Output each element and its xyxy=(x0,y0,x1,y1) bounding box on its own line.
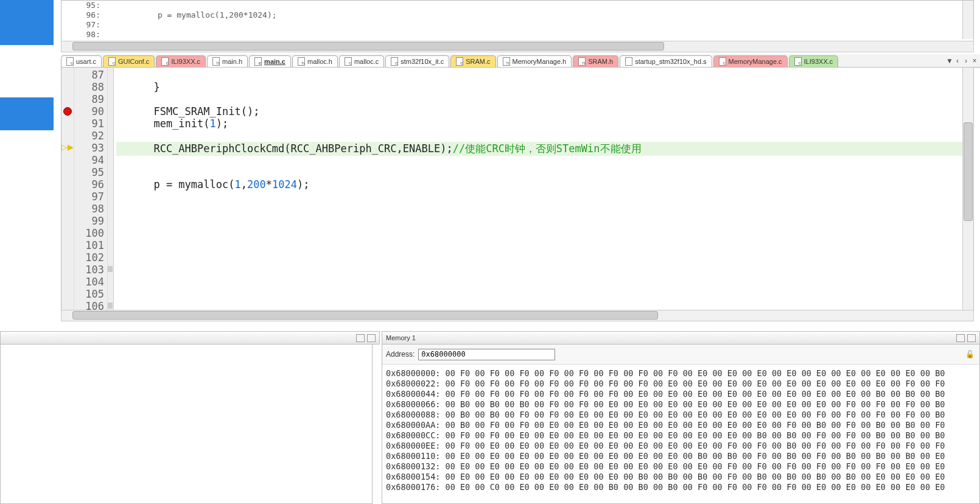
memory-panel-header[interactable]: Memory 1 xyxy=(382,331,980,345)
tab-sram-h[interactable]: SRAM.h xyxy=(573,55,618,67)
breakpoint-icon[interactable] xyxy=(63,107,72,116)
line-number: 96 xyxy=(74,178,104,191)
line-number: 90 xyxy=(74,105,104,117)
tab-label: startup_stm32f10x_hd.s xyxy=(635,58,706,65)
line-number: 99 xyxy=(74,215,104,227)
tab-usart-c[interactable]: usart.c xyxy=(61,55,102,67)
line-number: 93 xyxy=(74,142,104,154)
tab-sram-c[interactable]: SRAM.c xyxy=(450,55,495,67)
tab-malloc-c[interactable]: malloc.c xyxy=(339,55,384,67)
code-line[interactable]: RCC_AHBPeriphClockCmd(RCC_AHBPeriph_CRC,… xyxy=(116,142,967,156)
code-editor[interactable]: 8788 }8990 FSMC_SRAM_Init();91 mem_init(… xyxy=(61,67,974,321)
tab-memorymanage-h[interactable]: MemoryManage.h xyxy=(497,55,572,67)
tab-stm32f10x-it-c[interactable]: stm32f10x_it.c xyxy=(385,55,449,67)
line-number: 94 xyxy=(74,154,104,166)
code-line[interactable]: mem_init(1); xyxy=(116,117,967,130)
memory-dump[interactable]: 0x68000000: 00 F0 00 F0 00 F0 00 F0 00 F… xyxy=(382,365,979,496)
fold-column[interactable] xyxy=(107,68,114,310)
disasm-lineno: 97: xyxy=(80,20,100,30)
file-icon xyxy=(456,57,463,66)
program-counter-icon: ▷▶ xyxy=(61,142,74,152)
tab-scroll-left-icon[interactable]: ‹ xyxy=(954,58,961,64)
breakpoint-column[interactable] xyxy=(61,68,74,310)
line-number: 89 xyxy=(74,93,104,105)
disasm-lineno: 96: xyxy=(80,10,100,20)
address-input[interactable] xyxy=(418,349,555,360)
tab-guiconf-c[interactable]: GUIConf.c xyxy=(103,55,155,67)
tab-controls: ▼ ‹ › × xyxy=(943,54,980,67)
tab-label: usart.c xyxy=(76,58,96,65)
tab-scroll-right-icon[interactable]: › xyxy=(963,58,969,64)
code-line[interactable]: } xyxy=(116,81,967,93)
line-number: 91 xyxy=(74,117,104,130)
code-line[interactable]: p = mymalloc(1,200*1024); xyxy=(116,178,967,191)
line-number: 104 xyxy=(74,276,104,288)
file-icon xyxy=(578,57,586,66)
line-number: 105 xyxy=(74,288,104,300)
tab-memorymanage-c[interactable]: MemoryManage.c xyxy=(713,55,788,67)
project-tree-selection-a[interactable] xyxy=(0,0,54,45)
editor-tabbar: usart.c GUIConf.c ILI93XX.c main.h main.… xyxy=(61,54,980,68)
fold-marker[interactable] xyxy=(108,266,113,272)
line-number: 101 xyxy=(74,239,104,251)
tab-malloc-h[interactable]: malloc.h xyxy=(292,55,338,67)
file-icon xyxy=(66,57,74,66)
tab-ili93xx-c[interactable]: ILI93XX.c xyxy=(156,55,206,67)
line-number: 103 xyxy=(74,264,104,276)
editor-hscroll[interactable] xyxy=(61,310,974,321)
disasm-hscroll[interactable] xyxy=(61,41,974,52)
tab-label: SRAM.c xyxy=(466,58,490,65)
editor-vscroll[interactable] xyxy=(962,68,973,310)
line-number: 100 xyxy=(74,227,104,239)
tab-label: malloc.c xyxy=(354,58,379,65)
lock-icon[interactable]: 🔓 xyxy=(964,348,976,360)
file-icon xyxy=(254,57,262,66)
file-icon xyxy=(345,57,352,66)
tab-overflow-icon[interactable]: ▼ xyxy=(946,58,952,64)
tab-label: MemoryManage.c xyxy=(729,58,782,65)
file-icon xyxy=(298,57,305,66)
line-number: 97 xyxy=(74,191,104,203)
tab-label: main.h xyxy=(222,58,242,65)
pin-icon[interactable] xyxy=(956,334,965,342)
tab-label: ILI93XX.c xyxy=(171,58,200,65)
tab-label: GUIConf.c xyxy=(118,58,149,65)
bottom-left-panel-header[interactable] xyxy=(0,331,380,345)
tab-main-c[interactable]: main.c xyxy=(249,55,291,67)
disasm-vscroll[interactable] xyxy=(962,1,973,39)
file-icon xyxy=(108,57,116,66)
line-number: 98 xyxy=(74,203,104,215)
fold-marker[interactable] xyxy=(108,303,113,309)
file-icon xyxy=(625,57,632,66)
file-icon xyxy=(391,57,398,66)
tab-label: ILI93XX.c xyxy=(804,58,833,65)
tab-main-h[interactable]: main.h xyxy=(207,55,248,67)
tab-label: SRAM.h xyxy=(588,58,613,65)
memory-panel: Address: 🔓 0x68000000: 00 F0 00 F0 00 F0… xyxy=(382,344,980,504)
tab-close-icon[interactable]: × xyxy=(971,58,978,64)
tab-label: malloc.h xyxy=(307,58,332,65)
tab-startup-s[interactable]: startup_stm32f10x_hd.s xyxy=(620,55,712,67)
disasm-lineno: 98: xyxy=(80,30,100,40)
file-icon xyxy=(794,57,802,66)
line-number: 87 xyxy=(74,69,104,81)
tab-ili93xx-c-2[interactable]: ILI93XX.c xyxy=(789,55,839,67)
file-icon xyxy=(161,57,169,66)
project-tree-selection-b[interactable] xyxy=(0,97,54,130)
close-icon[interactable] xyxy=(967,334,976,342)
close-icon[interactable] xyxy=(367,334,376,342)
tab-label: MemoryManage.h xyxy=(513,58,567,65)
disasm-code: p = mymalloc(1,200*1024); xyxy=(105,10,277,19)
file-icon xyxy=(503,57,510,66)
line-number: 92 xyxy=(74,130,104,142)
disasm-lineno: 95: xyxy=(80,1,100,10)
line-number: 95 xyxy=(74,166,104,178)
panel-title: Memory 1 xyxy=(386,334,416,341)
pin-icon[interactable] xyxy=(356,334,365,342)
line-number: 102 xyxy=(74,251,104,264)
tab-label: stm32f10x_it.c xyxy=(401,58,444,65)
line-number: 88 xyxy=(74,81,104,93)
file-icon xyxy=(719,57,726,66)
file-icon xyxy=(212,57,220,66)
code-line[interactable]: FSMC_SRAM_Init(); xyxy=(116,105,967,117)
